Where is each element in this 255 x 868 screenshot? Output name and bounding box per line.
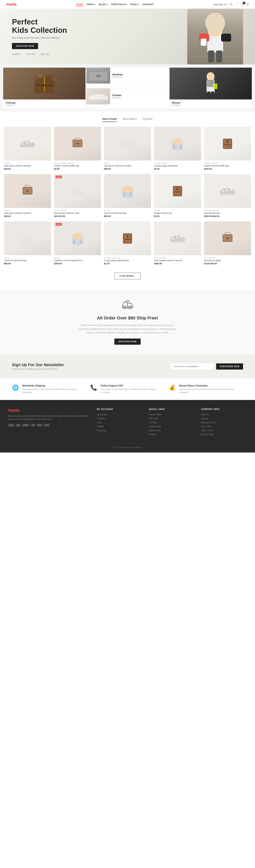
nav-item-blog[interactable]: BLOG ▾ bbox=[99, 3, 108, 6]
nav-link-home[interactable]: HOME bbox=[76, 3, 83, 6]
wishlist-btn[interactable]: ♡ bbox=[247, 223, 249, 226]
product-card[interactable]: Sale ♡ Women Capitalize on low hanging f… bbox=[54, 221, 101, 265]
nav-link-contact[interactable]: CONTACT bbox=[142, 3, 153, 6]
product-card[interactable]: ♡ Handbag_Women Nan Narwhal Usb... $350.… bbox=[204, 174, 251, 217]
svg-rect-63 bbox=[130, 192, 133, 197]
product-card[interactable]: Sale ♡ Shoes_Sneaker Wood design bedroom… bbox=[54, 174, 101, 217]
nav-link-page[interactable]: PAGE ▾ bbox=[131, 3, 139, 6]
product-card[interactable]: ♡ Clothing_Women Leather Supreme duffle … bbox=[204, 127, 251, 170]
footer-company-title: COMPANY INFO bbox=[201, 408, 247, 410]
nav-item-page[interactable]: PAGE ▾ bbox=[131, 3, 139, 6]
wishlist-btn[interactable]: ♡ bbox=[247, 176, 249, 179]
footer-link-teams-of-use[interactable]: Teams of Use bbox=[149, 429, 195, 432]
wishlist-btn[interactable]: ♡ bbox=[197, 176, 199, 179]
footer-link-business[interactable]: Business With Us bbox=[201, 421, 247, 424]
wishlist-btn[interactable]: ♡ bbox=[197, 128, 199, 131]
footer-link-portfolio[interactable]: Portfolio bbox=[149, 433, 195, 436]
category-sneaker[interactable]: Sneaker (11 Items) bbox=[86, 89, 169, 108]
search-icon[interactable]: 🔍 bbox=[229, 3, 233, 6]
svg-point-71 bbox=[226, 189, 228, 191]
hero-cta-button[interactable]: DISCOVER NOW bbox=[12, 43, 38, 49]
product-category: Women bbox=[4, 257, 51, 259]
cart-icon[interactable]: 🛒 0 bbox=[240, 3, 244, 6]
svg-rect-44 bbox=[172, 145, 175, 149]
wishlist-icon[interactable]: ♡ bbox=[235, 3, 238, 6]
footer-link-special-offers[interactable]: Special Offers bbox=[149, 413, 195, 416]
product-card[interactable]: ♡ Women Light green crewneck sweatshi $9… bbox=[104, 127, 151, 170]
product-card[interactable]: ♡ Sneaker_Women Cooling design dining la… bbox=[154, 127, 201, 170]
wishlist-btn[interactable]: ♡ bbox=[47, 128, 49, 131]
category-women[interactable]: Women (17 Items) bbox=[170, 68, 252, 108]
nav-item-home[interactable]: HOME bbox=[76, 3, 83, 6]
wishlist-btn[interactable]: ♡ bbox=[147, 223, 149, 226]
wishlist-btn[interactable]: ♡ bbox=[197, 223, 199, 226]
wishlist-btn[interactable]: ♡ bbox=[97, 223, 100, 226]
hero-title-line2: Kids Collection bbox=[12, 26, 67, 34]
ship-banner-section: All Order Over $60 Ship Free! Donec vehi… bbox=[0, 289, 255, 354]
cat-count-handbag: (20 Items) bbox=[112, 76, 122, 78]
nav-link-blog[interactable]: BLOG ▾ bbox=[99, 3, 108, 6]
footer-link-checkout[interactable]: Checkout bbox=[97, 417, 143, 420]
nav-link-shop[interactable]: SHOP ▾ bbox=[87, 3, 95, 6]
payment-pp: PP bbox=[30, 424, 35, 427]
svg-rect-28 bbox=[211, 92, 214, 98]
newsletter-input[interactable] bbox=[170, 363, 214, 370]
product-card[interactable]: ♡ Women Tassels Pendant Earrings $86.00 bbox=[4, 221, 51, 265]
footer-link-about[interactable]: About us bbox=[201, 413, 247, 416]
nav-link-portfolio[interactable]: PORTFOLIO ▾ bbox=[111, 3, 127, 6]
product-card[interactable]: ♡ Shoes_Women Party Supplies Around Cupc… bbox=[154, 221, 201, 265]
product-name: Party Supplies Around Cupcake bbox=[154, 259, 201, 262]
nav-item-shop[interactable]: SHOP ▾ bbox=[87, 3, 95, 6]
tab-top-rate[interactable]: Top rate bbox=[142, 118, 152, 122]
footer-quick-links-title: QUICK LINKS bbox=[149, 408, 195, 410]
wishlist-btn[interactable]: ♡ bbox=[147, 176, 149, 179]
newsletter-text: Sign Up For Our Newsletter Subscribe our… bbox=[12, 363, 64, 370]
wishlist-btn[interactable]: ♡ bbox=[47, 176, 49, 179]
footer-link-f21-red[interactable]: F21 Red bbox=[149, 421, 195, 424]
login-link[interactable]: Login/Sign Up bbox=[213, 3, 227, 6]
wishlist-btn[interactable]: ♡ bbox=[97, 176, 100, 179]
wishlist-btn[interactable]: ♡ bbox=[47, 223, 49, 226]
wishlist-btn[interactable]: ♡ bbox=[147, 128, 149, 131]
product-card[interactable]: ♡ Women Light green crewneck sweatshi $5… bbox=[4, 127, 51, 170]
svg-rect-27 bbox=[207, 92, 210, 98]
footer-link-gift-cards[interactable]: Gift Cards bbox=[149, 417, 195, 420]
nav-item-portfolio[interactable]: PORTFOLIO ▾ bbox=[111, 3, 127, 6]
footer-link-find-store[interactable]: Find a Store bbox=[201, 425, 247, 428]
product-card[interactable]: ♡ Shoes_Sneaker_Women Leather Courriers … bbox=[54, 127, 101, 170]
svg-rect-45 bbox=[180, 145, 182, 149]
logo[interactable]: mazia. bbox=[6, 2, 17, 6]
footer-link-wishlist[interactable]: Wishlist bbox=[97, 425, 143, 428]
menu-icon[interactable]: ☰ bbox=[247, 3, 249, 6]
category-clothing[interactable]: Clothing (8 Items) bbox=[3, 68, 85, 108]
svg-point-58 bbox=[81, 188, 82, 190]
feature-returns-title: Money Return Guarantee bbox=[179, 384, 243, 387]
product-category: Women bbox=[154, 210, 201, 211]
product-card[interactable]: ♡ Women Elegant wooden leg... $3.00 bbox=[154, 174, 201, 217]
product-card[interactable]: ♡ Women Tassels Pendant Earrings $85.00 bbox=[104, 174, 151, 217]
category-handbag[interactable]: Handbag (20 Items) bbox=[86, 68, 169, 88]
tab-best-sellers[interactable]: Best Sellers bbox=[123, 118, 137, 122]
footer-link-my-account[interactable]: My account bbox=[97, 413, 143, 416]
product-price: $86.00 bbox=[4, 262, 51, 265]
tab-new-arrivals[interactable]: New Arrivals bbox=[103, 118, 117, 122]
nav-item-contact[interactable]: CONTACT bbox=[142, 3, 153, 6]
footer-link-shop[interactable]: Shop bbox=[97, 421, 143, 424]
ship-cta-button[interactable]: DISCOVER NOW bbox=[114, 339, 140, 345]
footer-link-teams-company[interactable]: Teams of Use bbox=[201, 429, 247, 432]
footer-link-press[interactable]: Press & Talent bbox=[201, 433, 247, 436]
product-card[interactable]: ♡ Handbag_Handbag Cooling design lightin… bbox=[104, 221, 151, 265]
newsletter-subscribe-button[interactable]: SUBSCRIBE NOW bbox=[216, 363, 243, 370]
copyright-text: © 2024 Mazia. All rights reserved. bbox=[113, 446, 142, 448]
svg-point-90 bbox=[180, 236, 182, 238]
product-card[interactable]: ♡ Kids_Women Override the digital... $3.… bbox=[204, 221, 251, 265]
footer-link-privacy[interactable]: Privacy Policy bbox=[149, 425, 195, 428]
product-price: $45-$10.50 bbox=[54, 215, 101, 217]
wishlist-btn[interactable]: ♡ bbox=[97, 128, 100, 131]
footer-link-careers[interactable]: Careers bbox=[201, 417, 247, 420]
footer-link-frequently[interactable]: Frequently bbox=[97, 429, 143, 432]
product-tabs: New Arrivals Best Sellers Top rate bbox=[4, 118, 251, 122]
wishlist-btn[interactable]: ♡ bbox=[247, 128, 249, 131]
product-card[interactable]: ♡ Women Light green crewneck sweatshi $4… bbox=[4, 174, 51, 217]
load-more-button[interactable]: LOAD MORE... bbox=[114, 273, 140, 279]
